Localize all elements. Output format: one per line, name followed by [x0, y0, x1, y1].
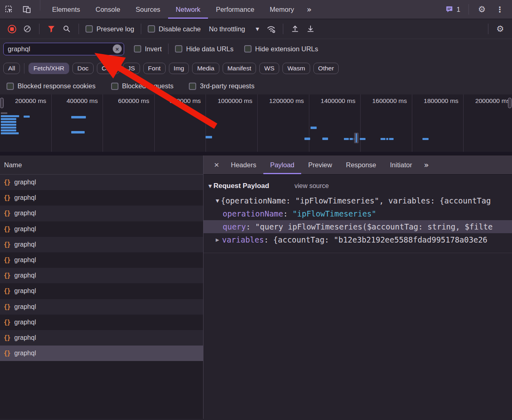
- network-settings-gear-icon[interactable]: ⚙: [492, 22, 508, 36]
- timeline-request-bar[interactable]: [1, 127, 16, 129]
- request-row[interactable]: {} graphql: [0, 175, 203, 190]
- record-network-log-button[interactable]: [4, 22, 20, 36]
- preserve-log-checkbox[interactable]: [85, 25, 93, 33]
- timeline-right-handle[interactable]: [508, 98, 512, 108]
- chip-wasm[interactable]: Wasm: [282, 63, 310, 74]
- timeline-request-bar[interactable]: [311, 127, 317, 129]
- request-row[interactable]: {} graphql: [0, 315, 203, 330]
- kebab-menu-icon[interactable]: ⋮: [491, 5, 509, 14]
- payload-variables-row[interactable]: ▶ variables: {accountTag: "b12e3b2192ee5…: [203, 233, 512, 246]
- request-row[interactable]: {} graphql: [0, 190, 203, 206]
- chip-img[interactable]: Img: [169, 63, 189, 74]
- disable-cache-checkbox[interactable]: [148, 25, 155, 33]
- blocked-filter-toggle[interactable]: Blocked requests: [109, 82, 176, 90]
- payload-root-row[interactable]: ▼ {operationName: "ipFlowTimeseries", va…: [203, 194, 512, 207]
- timeline-request-bar[interactable]: [1, 115, 19, 117]
- chip-font[interactable]: Font: [143, 63, 166, 74]
- timeline-request-bar[interactable]: [1, 118, 16, 120]
- details-tab-headers[interactable]: Headers: [224, 155, 263, 174]
- hide-data-urls-checkbox[interactable]: [175, 45, 182, 52]
- devtools-tab-memory[interactable]: Memory: [262, 0, 302, 19]
- timeline-request-bar[interactable]: [344, 138, 349, 140]
- devtools-tab-sources[interactable]: Sources: [128, 0, 168, 19]
- hide-extension-urls-toggle[interactable]: Hide extension URLs: [242, 45, 321, 53]
- timeline-request-bar[interactable]: [1, 129, 16, 131]
- network-conditions-icon[interactable]: [263, 22, 279, 36]
- request-row[interactable]: {} graphql: [0, 299, 203, 315]
- timeline-request-bar[interactable]: [24, 116, 30, 118]
- more-tabs-chevron[interactable]: »: [302, 0, 316, 19]
- payload-query-row[interactable]: query: "query ipFlowTimeseries($accountT…: [203, 220, 512, 233]
- checkbox[interactable]: [111, 83, 118, 90]
- filter-input[interactable]: [3, 43, 124, 55]
- import-har-icon[interactable]: [287, 22, 303, 36]
- network-overview-timeline[interactable]: 200000 ms400000 ms600000 ms800000 ms1000…: [0, 94, 512, 155]
- devtools-tab-performance[interactable]: Performance: [208, 0, 262, 19]
- details-tab-preview[interactable]: Preview: [301, 155, 339, 174]
- chip-manifest[interactable]: Manifest: [223, 63, 256, 74]
- details-tab-payload[interactable]: Payload: [263, 155, 302, 174]
- timeline-request-bar[interactable]: [1, 124, 16, 126]
- expand-triangle-icon[interactable]: ▶: [216, 237, 219, 243]
- timeline-request-bar[interactable]: [322, 138, 328, 140]
- timeline-request-bar[interactable]: [304, 138, 310, 140]
- chip-other[interactable]: Other: [313, 63, 339, 74]
- export-har-icon[interactable]: [303, 22, 318, 36]
- timeline-request-bar[interactable]: [389, 138, 394, 140]
- devtools-tab-console[interactable]: Console: [88, 0, 128, 19]
- throttling-dropdown[interactable]: No throttling ▼: [203, 25, 263, 33]
- timeline-request-bar[interactable]: [1, 112, 7, 114]
- timeline-request-bar[interactable]: [1, 132, 19, 134]
- clear-filter-icon[interactable]: ×: [113, 44, 122, 53]
- chip-all[interactable]: All: [3, 63, 20, 74]
- disable-cache-toggle[interactable]: Disable cache: [145, 25, 203, 33]
- close-details-icon[interactable]: ×: [209, 155, 224, 174]
- details-tab-response[interactable]: Response: [339, 155, 383, 174]
- chip-ws[interactable]: WS: [259, 63, 279, 74]
- timeline-scrollbar[interactable]: [0, 152, 512, 155]
- search-icon[interactable]: [59, 22, 74, 36]
- timeline-request-bar[interactable]: [381, 138, 385, 140]
- details-tab-initiator[interactable]: Initiator: [383, 155, 419, 174]
- timeline-request-bar[interactable]: [71, 116, 86, 118]
- timeline-request-bar[interactable]: [206, 136, 212, 138]
- issues-counter[interactable]: 1: [441, 5, 464, 14]
- hide-extension-urls-checkbox[interactable]: [244, 45, 252, 52]
- blocked-filter-toggle[interactable]: 3rd-party requests: [186, 82, 257, 90]
- invert-toggle[interactable]: Invert: [131, 45, 164, 53]
- chip-doc[interactable]: Doc: [72, 63, 94, 74]
- collapse-triangle-icon[interactable]: ▼: [208, 184, 212, 189]
- request-row[interactable]: {} graphql: [0, 268, 203, 283]
- timeline-request-bar[interactable]: [71, 131, 85, 133]
- more-detail-tabs-chevron[interactable]: »: [419, 155, 433, 174]
- devtools-tab-network[interactable]: Network: [168, 0, 208, 19]
- request-row[interactable]: {} graphql: [0, 206, 203, 221]
- settings-gear-icon[interactable]: ⚙: [473, 4, 491, 14]
- preserve-log-toggle[interactable]: Preserve log: [83, 25, 137, 33]
- view-source-link[interactable]: view source: [294, 182, 328, 190]
- request-row[interactable]: {} graphql: [0, 346, 203, 361]
- clear-network-log-button[interactable]: [20, 22, 35, 36]
- timeline-request-bar[interactable]: [1, 121, 16, 123]
- timeline-request-bar[interactable]: [386, 138, 388, 140]
- chip-media[interactable]: Media: [192, 63, 219, 74]
- collapse-triangle-icon[interactable]: ▼: [216, 198, 219, 203]
- devtools-tab-elements[interactable]: Elements: [44, 0, 88, 19]
- timeline-request-bar[interactable]: [360, 138, 365, 140]
- timeline-request-bar[interactable]: [422, 138, 429, 140]
- invert-checkbox[interactable]: [134, 45, 141, 52]
- filter-funnel-icon[interactable]: [44, 22, 59, 36]
- chip-js[interactable]: JS: [123, 63, 140, 74]
- timeline-left-handle[interactable]: [0, 98, 4, 108]
- request-row[interactable]: {} graphql: [0, 252, 203, 268]
- timeline-request-bar[interactable]: [350, 138, 353, 140]
- checkbox[interactable]: [189, 83, 196, 90]
- name-column-header[interactable]: Name: [0, 155, 203, 175]
- request-row[interactable]: {} graphql: [0, 221, 203, 237]
- request-row[interactable]: {} graphql: [0, 330, 203, 346]
- payload-operation-row[interactable]: operationName: "ipFlowTimeseries": [203, 207, 512, 220]
- chip-css[interactable]: CSS: [97, 63, 120, 74]
- blocked-filter-toggle[interactable]: Blocked response cookies: [4, 82, 98, 90]
- checkbox[interactable]: [7, 83, 14, 90]
- request-row[interactable]: {} graphql: [0, 237, 203, 252]
